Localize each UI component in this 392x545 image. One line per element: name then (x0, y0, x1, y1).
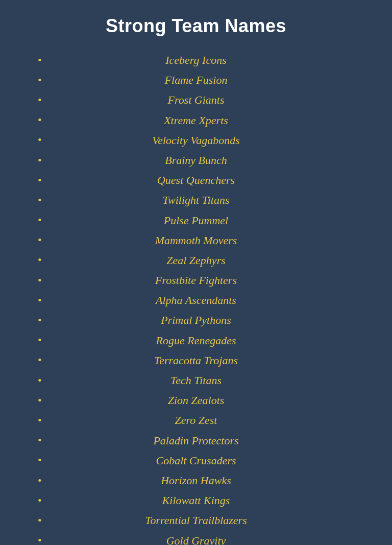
list-item: Alpha Ascendants (22, 291, 370, 309)
list-item: Zion Zealots (22, 391, 370, 409)
team-name-text: Quest Quenchers (157, 171, 235, 189)
list-item: Horizon Hawks (22, 471, 370, 489)
list-item: Mammoth Movers (22, 231, 370, 249)
list-item: Gold Gravity (22, 532, 370, 546)
team-name-text: Alpha Ascendants (156, 291, 236, 309)
team-name-text: Frostbite Fighters (155, 271, 237, 289)
team-names-list: Iceberg IconsFlame FusionFrost GiantsXtr… (22, 51, 370, 545)
team-name-text: Horizon Hawks (161, 471, 231, 489)
team-name-text: Brainy Bunch (165, 151, 227, 169)
team-name-text: Pulse Pummel (164, 211, 228, 229)
list-item: Cobalt Crusaders (22, 452, 370, 469)
team-name-text: Zeal Zephyrs (166, 251, 226, 269)
team-name-text: Zion Zealots (168, 391, 225, 409)
team-name-text: Primal Pythons (161, 311, 231, 329)
list-item: Terracotta Trojans (22, 351, 370, 369)
list-item: Velocity Vagabonds (22, 131, 370, 149)
list-item: Brainy Bunch (22, 151, 370, 169)
team-name-text: Torrential Trailblazers (145, 511, 247, 529)
team-name-text: Kilowatt Kings (162, 491, 230, 509)
list-item: Torrential Trailblazers (22, 511, 370, 529)
list-item: Iceberg Icons (22, 51, 370, 69)
list-item: Rogue Renegades (22, 331, 370, 349)
list-item: Xtreme Xperts (22, 111, 370, 129)
team-name-text: Cobalt Crusaders (156, 452, 236, 469)
team-name-text: Tech Titans (170, 371, 222, 389)
page-title: Strong Team Names (106, 15, 286, 37)
list-item: Twilight Titans (22, 191, 370, 209)
team-name-text: Xtreme Xperts (164, 111, 228, 129)
team-name-text: Flame Fusion (165, 71, 228, 89)
team-name-text: Paladin Protectors (153, 432, 238, 449)
list-item: Flame Fusion (22, 71, 370, 89)
team-name-text: Gold Gravity (166, 532, 226, 546)
list-item: Frostbite Fighters (22, 271, 370, 289)
team-name-text: Rogue Renegades (156, 331, 236, 349)
team-name-text: Terracotta Trojans (154, 351, 238, 369)
team-name-text: Iceberg Icons (165, 51, 227, 69)
list-item: Kilowatt Kings (22, 491, 370, 509)
list-item: Paladin Protectors (22, 432, 370, 449)
team-name-text: Velocity Vagabonds (152, 131, 240, 149)
list-item: Zeal Zephyrs (22, 251, 370, 269)
list-item: Primal Pythons (22, 311, 370, 329)
team-name-text: Mammoth Movers (155, 231, 237, 249)
list-item: Quest Quenchers (22, 171, 370, 189)
list-item: Pulse Pummel (22, 211, 370, 229)
team-name-text: Twilight Titans (162, 191, 229, 209)
list-item: Frost Giants (22, 91, 370, 109)
team-name-text: Frost Giants (167, 91, 224, 109)
team-name-text: Zero Zest (175, 411, 217, 429)
list-item: Zero Zest (22, 411, 370, 429)
list-item: Tech Titans (22, 371, 370, 389)
